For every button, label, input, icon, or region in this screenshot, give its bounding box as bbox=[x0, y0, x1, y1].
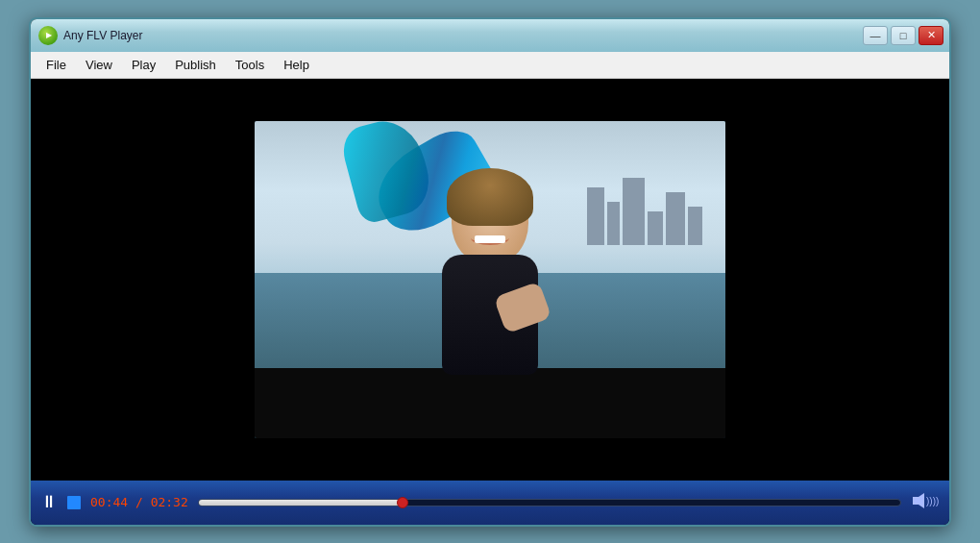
video-area bbox=[31, 79, 949, 481]
progress-bar[interactable] bbox=[198, 499, 901, 506]
time-separator: / bbox=[128, 495, 150, 509]
progress-fill bbox=[199, 500, 403, 506]
bg-bottom bbox=[255, 368, 725, 438]
main-window: Any FLV Player — □ ✕ File View Play Publ… bbox=[29, 17, 951, 527]
close-button[interactable]: ✕ bbox=[919, 26, 943, 45]
current-time: 00:44 bbox=[90, 495, 128, 509]
menu-publish[interactable]: Publish bbox=[165, 56, 226, 74]
window-title: Any FLV Player bbox=[63, 29, 142, 42]
progress-thumb[interactable] bbox=[397, 497, 408, 508]
window-controls: — □ ✕ bbox=[863, 26, 943, 45]
menu-view[interactable]: View bbox=[76, 56, 122, 74]
person-figure bbox=[404, 163, 576, 375]
title-bar: Any FLV Player — □ ✕ bbox=[31, 19, 949, 52]
menu-tools[interactable]: Tools bbox=[226, 56, 274, 74]
building-4 bbox=[648, 211, 663, 245]
pause-button[interactable]: ⏸ bbox=[40, 492, 58, 512]
total-time: 02:32 bbox=[151, 495, 188, 509]
building-1 bbox=[587, 187, 604, 245]
building-2 bbox=[607, 202, 621, 245]
teeth bbox=[475, 235, 505, 243]
svg-marker-0 bbox=[913, 493, 924, 508]
video-frame bbox=[255, 121, 725, 438]
app-icon bbox=[38, 26, 58, 45]
menu-play[interactable]: Play bbox=[122, 56, 165, 74]
building-6 bbox=[688, 207, 701, 245]
buildings bbox=[587, 168, 702, 245]
maximize-button[interactable]: □ bbox=[891, 26, 916, 45]
time-display: 00:44 / 02:32 bbox=[90, 495, 188, 509]
volume-button[interactable]: )))) bbox=[911, 491, 940, 514]
title-left: Any FLV Player bbox=[38, 26, 142, 45]
hair bbox=[447, 168, 533, 226]
menu-bar: File View Play Publish Tools Help bbox=[31, 52, 949, 79]
minimize-button[interactable]: — bbox=[863, 26, 888, 45]
menu-help[interactable]: Help bbox=[274, 56, 319, 74]
building-5 bbox=[666, 192, 685, 245]
svg-text:)))): )))) bbox=[926, 496, 939, 506]
menu-file[interactable]: File bbox=[37, 56, 76, 74]
building-3 bbox=[623, 178, 645, 245]
stop-button[interactable] bbox=[67, 496, 81, 509]
controls-bar: ⏸ 00:44 / 02:32 )))) bbox=[31, 481, 949, 525]
volume-icon: )))) bbox=[911, 491, 940, 510]
